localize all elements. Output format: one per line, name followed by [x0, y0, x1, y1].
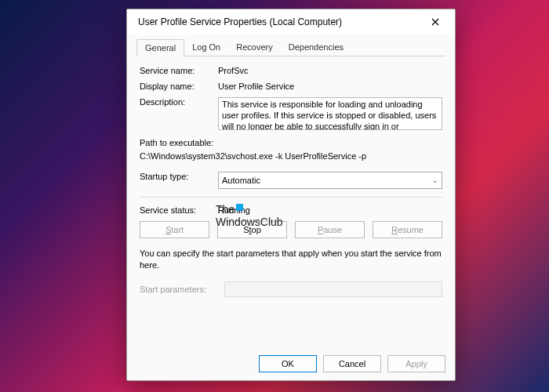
label-start-parameters: Start parameters:	[140, 285, 218, 294]
chevron-down-icon: ⌄	[432, 176, 438, 184]
label-path: Path to executable:	[140, 136, 442, 150]
startup-type-select[interactable]: Automatic ⌄	[218, 172, 442, 189]
value-service-name: ProfSvc	[218, 66, 442, 75]
value-path: C:\Windows\system32\svchost.exe -k UserP…	[140, 150, 442, 163]
label-service-name: Service name:	[140, 66, 218, 75]
close-button[interactable]	[422, 13, 449, 31]
properties-dialog: User Profile Service Properties (Local C…	[126, 9, 456, 381]
label-service-status: Service status:	[140, 205, 218, 215]
startup-type-value: Automatic	[222, 176, 260, 185]
dialog-footer: OK Cancel Apply	[259, 355, 445, 372]
cancel-button[interactable]: Cancel	[323, 355, 381, 372]
description-textbox[interactable]: This service is responsible for loading …	[218, 97, 442, 130]
label-display-name: Display name:	[140, 82, 218, 91]
start-parameters-input	[224, 281, 442, 297]
value-display-name: User Profile Service	[218, 82, 442, 91]
tab-recovery[interactable]: Recovery	[228, 39, 280, 56]
stop-button[interactable]: Stop	[217, 221, 287, 238]
help-text: You can specify the start parameters tha…	[140, 248, 442, 272]
ok-button[interactable]: OK	[259, 355, 317, 372]
label-description: Description:	[140, 97, 218, 130]
value-service-status: Running	[218, 205, 442, 215]
tab-strip: General Log On Recovery Dependencies	[136, 39, 445, 56]
resume-button: Resume	[373, 221, 442, 238]
tab-panel-general: Service name: ProfSvc Display name: User…	[136, 56, 445, 300]
tab-dependencies[interactable]: Dependencies	[281, 39, 351, 56]
titlebar: User Profile Service Properties (Local C…	[127, 9, 455, 34]
apply-button: Apply	[387, 355, 445, 372]
start-button: Start	[140, 221, 209, 238]
close-icon	[431, 18, 439, 26]
divider	[140, 197, 442, 198]
tab-general[interactable]: General	[136, 39, 184, 56]
tab-log-on[interactable]: Log On	[184, 39, 228, 56]
dialog-title: User Profile Service Properties (Local C…	[138, 16, 422, 27]
pause-button: Pause	[295, 221, 365, 238]
label-startup-type: Startup type:	[140, 172, 218, 189]
